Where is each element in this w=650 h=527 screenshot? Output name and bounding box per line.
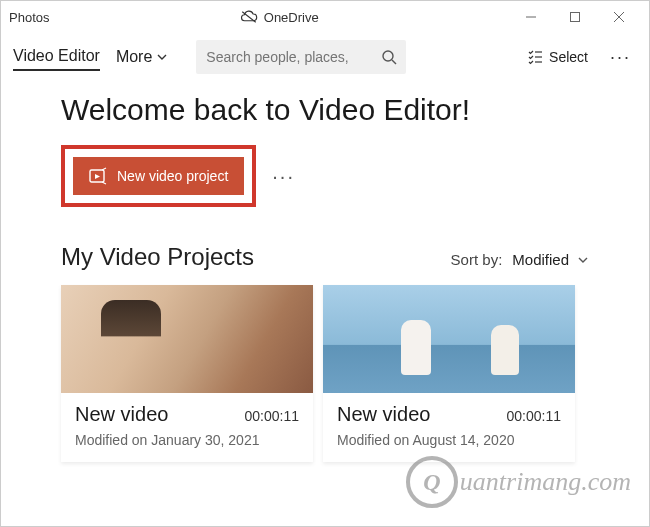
svg-line-6 xyxy=(392,60,396,64)
project-duration: 00:00:11 xyxy=(245,408,300,424)
project-card-body: New video 00:00:11 Modified on January 3… xyxy=(61,393,313,462)
watermark-text: uantrimang.com xyxy=(460,467,631,497)
svg-line-12 xyxy=(102,182,106,184)
highlight-annotation: New video project xyxy=(61,145,256,207)
svg-rect-2 xyxy=(571,13,580,22)
search-input[interactable] xyxy=(206,49,381,65)
welcome-heading: Welcome back to Video Editor! xyxy=(61,93,589,127)
watermark-letter: Q xyxy=(423,469,440,496)
cloud-off-icon xyxy=(240,10,258,24)
project-title: New video xyxy=(75,403,168,426)
onedrive-status[interactable]: OneDrive xyxy=(49,10,509,25)
project-card[interactable]: New video 00:00:11 Modified on January 3… xyxy=(61,285,313,462)
project-card-body: New video 00:00:11 Modified on August 14… xyxy=(323,393,575,462)
sort-label: Sort by: xyxy=(451,251,503,268)
sort-value: Modified xyxy=(512,251,569,268)
projects-heading: My Video Projects xyxy=(61,243,254,271)
project-grid: New video 00:00:11 Modified on January 3… xyxy=(61,285,589,462)
chevron-down-icon xyxy=(577,254,589,266)
chevron-down-icon xyxy=(156,51,168,63)
checklist-icon xyxy=(527,49,543,65)
sort-dropdown[interactable]: Modified xyxy=(512,251,589,268)
more-label: More xyxy=(116,48,152,66)
watermark: Q uantrimang.com xyxy=(406,456,631,508)
project-duration: 00:00:11 xyxy=(507,408,562,424)
minimize-button[interactable] xyxy=(509,1,553,33)
toolbar: Video Editor More Select ··· xyxy=(1,33,649,81)
new-project-label: New video project xyxy=(117,168,228,184)
onedrive-label: OneDrive xyxy=(264,10,319,25)
search-icon[interactable] xyxy=(381,49,397,65)
select-button[interactable]: Select xyxy=(527,49,588,65)
window-controls xyxy=(509,1,641,33)
new-project-row: New video project ··· xyxy=(61,145,589,207)
project-card[interactable]: New video 00:00:11 Modified on August 14… xyxy=(323,285,575,462)
tab-video-editor[interactable]: Video Editor xyxy=(13,43,100,71)
svg-line-11 xyxy=(102,168,106,170)
new-video-project-button[interactable]: New video project xyxy=(73,157,244,195)
project-thumbnail xyxy=(323,285,575,393)
main-content: Welcome back to Video Editor! New video … xyxy=(1,81,649,462)
close-button[interactable] xyxy=(597,1,641,33)
project-thumbnail xyxy=(61,285,313,393)
sort-control: Sort by: Modified xyxy=(451,251,589,268)
watermark-logo-icon: Q xyxy=(406,456,458,508)
video-project-icon xyxy=(89,167,107,185)
search-box[interactable] xyxy=(196,40,406,74)
more-options-button[interactable]: ··· xyxy=(604,47,637,68)
project-title: New video xyxy=(337,403,430,426)
app-name: Photos xyxy=(9,10,49,25)
title-bar: Photos OneDrive xyxy=(1,1,649,33)
new-project-more-button[interactable]: ··· xyxy=(272,165,295,188)
more-menu[interactable]: More xyxy=(116,48,168,66)
project-modified: Modified on August 14, 2020 xyxy=(337,432,561,448)
maximize-button[interactable] xyxy=(553,1,597,33)
select-label: Select xyxy=(549,49,588,65)
svg-point-5 xyxy=(383,51,393,61)
project-modified: Modified on January 30, 2021 xyxy=(75,432,299,448)
projects-header: My Video Projects Sort by: Modified xyxy=(61,243,589,271)
